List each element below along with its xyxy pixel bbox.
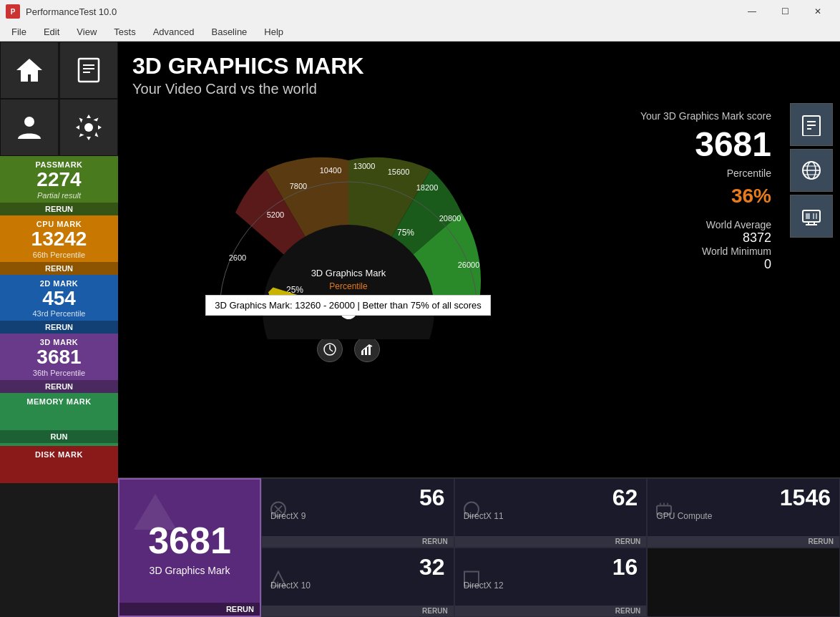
svg-text:75%: 75% bbox=[396, 228, 414, 238]
threed-rerun[interactable]: RERUN bbox=[0, 380, 118, 393]
passmark-score: 2274 bbox=[7, 169, 111, 191]
main-3d-label: 3D Graphics Mark bbox=[150, 565, 230, 576]
svg-rect-41 bbox=[813, 213, 814, 219]
dx10-card: 32 DirectX 10 RERUN bbox=[261, 548, 454, 617]
passmark-rerun[interactable]: RERUN bbox=[0, 203, 118, 215]
svg-rect-28 bbox=[365, 348, 367, 355]
main-layout: PASSMARK 2274 Partial result RERUN CPU M… bbox=[0, 42, 840, 617]
dx9-score: 56 bbox=[270, 485, 445, 511]
gauge-control-2[interactable] bbox=[354, 336, 380, 362]
score-tooltip: 3D Graphics Mark: 13260 - 26000 | Better… bbox=[205, 295, 491, 316]
menu-edit[interactable]: Edit bbox=[35, 24, 68, 39]
nav-settings[interactable] bbox=[59, 99, 118, 156]
main-3d-card: 3681 3D Graphics Mark RERUN bbox=[118, 478, 261, 617]
gauge-control-1[interactable] bbox=[317, 336, 343, 362]
twod-rerun[interactable]: RERUN bbox=[0, 321, 118, 334]
cpu-rerun[interactable]: RERUN bbox=[0, 262, 118, 275]
menu-help[interactable]: Help bbox=[255, 24, 292, 39]
dx11-score: 62 bbox=[464, 485, 638, 511]
user-icon bbox=[14, 112, 45, 143]
hardware-button[interactable] bbox=[790, 195, 833, 238]
app-title: PerformanceTest 10.0 bbox=[26, 6, 117, 17]
main-3d-rerun[interactable]: RERUN bbox=[119, 603, 260, 616]
world-avg-value: 8372 bbox=[585, 230, 771, 246]
memory-run[interactable]: RUN bbox=[0, 430, 118, 443]
world-min-value: 0 bbox=[585, 257, 771, 272]
content-body: 0 0 2600 5200 7800 10400 13000 15600 182… bbox=[118, 103, 840, 475]
svg-text:7800: 7800 bbox=[289, 182, 306, 190]
compare-button[interactable] bbox=[790, 149, 833, 192]
gauge-area: 0 0 2600 5200 7800 10400 13000 15600 182… bbox=[125, 103, 571, 475]
svg-text:5200: 5200 bbox=[266, 210, 283, 219]
gpu-compute-rerun[interactable]: RERUN bbox=[648, 536, 839, 547]
world-avg-label: World Average bbox=[585, 219, 771, 230]
sidebar: PASSMARK 2274 Partial result RERUN CPU M… bbox=[0, 42, 118, 617]
dx10-label: DirectX 10 bbox=[270, 580, 445, 591]
maximize-button[interactable]: ☐ bbox=[768, 0, 801, 23]
app-icon: P bbox=[6, 4, 20, 19]
dx10-rerun[interactable]: RERUN bbox=[262, 606, 454, 616]
svg-rect-40 bbox=[806, 213, 810, 219]
score-panel: Your 3D Graphics Mark score 3681 Percent… bbox=[578, 103, 778, 475]
passmark-card[interactable]: PASSMARK 2274 Partial result RERUN bbox=[0, 156, 118, 215]
empty-card bbox=[647, 548, 840, 617]
dx9-card: 56 DirectX 9 RERUN bbox=[261, 478, 454, 548]
titlebar: P PerformanceTest 10.0 — ☐ ✕ bbox=[0, 0, 840, 23]
content-area: 3D GRAPHICS MARK Your Video Card vs the … bbox=[118, 42, 840, 617]
dx9-icon bbox=[268, 498, 289, 523]
nav-user[interactable] bbox=[0, 99, 59, 156]
svg-text:15600: 15600 bbox=[387, 167, 409, 176]
export-button[interactable] bbox=[790, 103, 833, 146]
nav-home[interactable] bbox=[0, 42, 59, 99]
svg-text:10400: 10400 bbox=[319, 166, 341, 175]
svg-rect-1 bbox=[83, 64, 94, 66]
svg-text:20800: 20800 bbox=[439, 214, 461, 223]
twod-title: 2D MARK bbox=[7, 279, 111, 288]
twod-card[interactable]: 2D MARK 454 43rd Percentile RERUN bbox=[0, 275, 118, 334]
bottom-section: 3681 3D Graphics Mark RERUN 56 DirectX 9 bbox=[118, 477, 840, 617]
minimize-button[interactable]: — bbox=[736, 0, 768, 23]
close-button[interactable]: ✕ bbox=[801, 0, 834, 23]
gpu-compute-card: 1546 GPU Compute RERUN bbox=[647, 478, 840, 548]
percentile-label: Percentile bbox=[585, 167, 771, 179]
nav-icons bbox=[0, 42, 118, 156]
dx12-rerun[interactable]: RERUN bbox=[455, 606, 647, 616]
disk-title: DISK MARK bbox=[7, 450, 111, 459]
dx9-rerun[interactable]: RERUN bbox=[262, 536, 454, 547]
svg-rect-27 bbox=[361, 351, 363, 355]
export-icon bbox=[800, 113, 823, 136]
menu-file[interactable]: File bbox=[3, 24, 35, 39]
memory-title: MEMORY MARK bbox=[7, 397, 111, 406]
memory-card[interactable]: MEMORY MARK RUN bbox=[0, 393, 118, 446]
threed-card[interactable]: 3D MARK 3681 36th Percentile RERUN bbox=[0, 334, 118, 393]
cpu-percentile: 66th Percentile bbox=[7, 251, 111, 259]
svg-point-47 bbox=[464, 502, 479, 516]
svg-rect-0 bbox=[79, 59, 99, 82]
dx11-icon bbox=[461, 498, 482, 523]
info-icon bbox=[73, 54, 104, 86]
globe-icon bbox=[800, 159, 823, 182]
dx11-card: 62 DirectX 11 RERUN bbox=[454, 478, 648, 548]
svg-rect-48 bbox=[657, 505, 671, 514]
nav-info[interactable] bbox=[59, 42, 118, 99]
chart-icon bbox=[360, 342, 374, 356]
cpu-card[interactable]: CPU MARK 13242 66th Percentile RERUN bbox=[0, 215, 118, 275]
svg-rect-42 bbox=[816, 213, 817, 219]
menu-advanced[interactable]: Advanced bbox=[145, 24, 203, 39]
page-subtitle: Your Video Card vs the world bbox=[132, 81, 826, 97]
disk-card[interactable]: DISK MARK bbox=[0, 446, 118, 483]
menu-baseline[interactable]: Baseline bbox=[202, 24, 255, 39]
world-stats: World Average 8372 World Minimum 0 bbox=[585, 219, 771, 272]
dx10-icon bbox=[268, 568, 289, 592]
svg-rect-29 bbox=[368, 345, 371, 355]
cpu-title: CPU MARK bbox=[7, 220, 111, 228]
dx11-rerun[interactable]: RERUN bbox=[455, 536, 647, 547]
hardware-icon bbox=[800, 205, 823, 228]
threed-score: 3681 bbox=[7, 346, 111, 369]
menu-tests[interactable]: Tests bbox=[105, 24, 144, 39]
score-section: Your 3D Graphics Mark score 3681 Percent… bbox=[578, 103, 833, 475]
titlebar-left: P PerformanceTest 10.0 bbox=[6, 4, 117, 19]
dx12-score: 16 bbox=[464, 554, 638, 580]
gpu-compute-label: GPU Compute bbox=[656, 511, 831, 521]
menu-view[interactable]: View bbox=[68, 24, 105, 39]
